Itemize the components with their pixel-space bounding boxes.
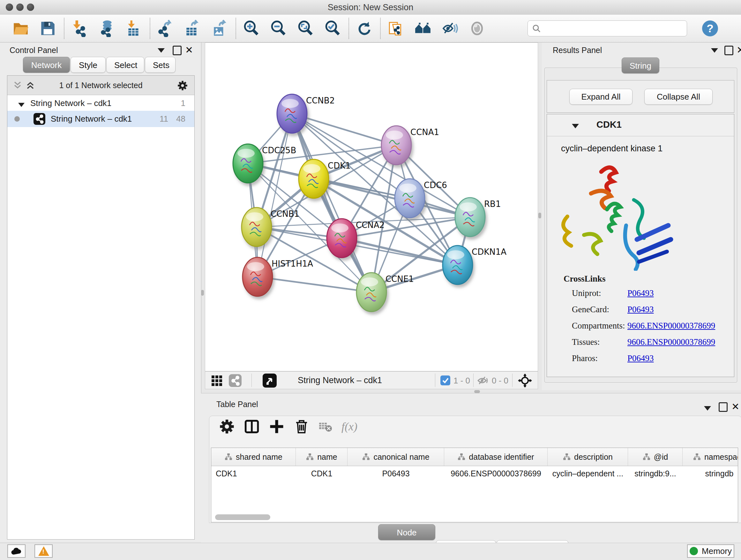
- add-column-icon[interactable]: [269, 419, 285, 435]
- crosslink-link[interactable]: P06493: [627, 305, 654, 314]
- tab-node-table[interactable]: Node Table: [378, 524, 435, 540]
- fit-crosshair-icon[interactable]: [518, 374, 532, 388]
- network-collection-row[interactable]: String Network – cdk1 1: [7, 95, 194, 111]
- table-panel-undock-icon[interactable]: [719, 402, 728, 412]
- refresh-layout-icon[interactable]: [355, 20, 373, 37]
- tab-style[interactable]: Style: [71, 57, 106, 73]
- column-header-@id[interactable]: @id: [628, 448, 683, 466]
- table-cell[interactable]: CDK1: [211, 469, 296, 478]
- network-snapshot-icon[interactable]: [387, 20, 404, 37]
- save-session-icon[interactable]: [39, 20, 57, 37]
- table-row[interactable]: CDK1CDK1P064939606.ENSP00000378699cyclin…: [211, 466, 738, 481]
- vertical-splitter-handle[interactable]: [538, 212, 541, 219]
- horizontal-splitter-handle[interactable]: [474, 390, 480, 393]
- network-node-CCNB1[interactable]: [242, 207, 272, 246]
- table-cell[interactable]: 9606.ENSP00000378699: [444, 469, 548, 478]
- network-node-CDC6[interactable]: [395, 179, 425, 218]
- network-node-CDC25B[interactable]: [233, 144, 263, 183]
- network-node-CDK1[interactable]: [299, 159, 329, 198]
- tab-select[interactable]: Select: [106, 57, 144, 73]
- network-node-RB1[interactable]: [455, 198, 485, 237]
- table-cell[interactable]: P06493: [347, 469, 444, 478]
- edge-CCNA2-CDKN1A[interactable]: [342, 238, 458, 265]
- collapse-all-icon[interactable]: [13, 81, 22, 90]
- table-cell[interactable]: cyclin–dependent ...: [548, 469, 628, 478]
- column-header-name[interactable]: name: [296, 448, 347, 466]
- zoom-selected-icon[interactable]: [324, 20, 341, 37]
- export-network-icon[interactable]: [157, 20, 174, 37]
- column-header-canonical-name[interactable]: canonical name: [347, 448, 444, 466]
- share-network-icon[interactable]: [229, 374, 242, 387]
- zoom-fit-icon[interactable]: [297, 20, 314, 37]
- column-header-shared-name[interactable]: shared name: [211, 448, 296, 466]
- control-panel-undock-icon[interactable]: [173, 46, 182, 55]
- table-cell[interactable]: stringdb: [683, 469, 738, 478]
- vertical-splitter-handle[interactable]: [201, 290, 204, 296]
- hide-panel-eye-icon[interactable]: [441, 20, 459, 37]
- expand-all-button[interactable]: Expand All: [569, 89, 632, 105]
- network-node-CCNB2[interactable]: [277, 94, 307, 133]
- import-table-icon[interactable]: [125, 20, 142, 37]
- delete-column-icon[interactable]: [293, 419, 310, 435]
- network-node-CCNE1[interactable]: [356, 273, 387, 312]
- results-panel-undock-icon[interactable]: [724, 46, 733, 55]
- crosslink-link[interactable]: 9606.ENSP00000378699: [627, 321, 715, 331]
- network-node-CCNA1[interactable]: [381, 126, 411, 165]
- network-node-CCNA2[interactable]: [327, 219, 357, 258]
- node-result-header[interactable]: CDK1: [547, 114, 734, 136]
- table-horizontal-scrollbar[interactable]: [215, 514, 270, 520]
- column-header-namespace[interactable]: namespace: [683, 448, 738, 466]
- cloud-button[interactable]: [7, 544, 25, 558]
- export-image-icon[interactable]: [211, 20, 228, 37]
- table-cell[interactable]: stringdb:9...: [628, 469, 683, 478]
- tab-string[interactable]: String: [622, 57, 659, 73]
- collapse-all-button[interactable]: Collapse All: [644, 89, 713, 105]
- network-node-CDKN1A[interactable]: [443, 246, 473, 285]
- table-gear-icon[interactable]: [219, 419, 235, 435]
- column-header-database-identifier[interactable]: database identifier: [444, 448, 548, 466]
- collapse-entry-icon[interactable]: [572, 124, 579, 128]
- collection-expand-icon[interactable]: [18, 103, 24, 107]
- memory-button[interactable]: Memory: [687, 544, 734, 558]
- window-close-button[interactable]: [6, 3, 13, 11]
- control-panel-close-icon[interactable]: ✕: [185, 46, 193, 55]
- import-database-icon[interactable]: [98, 20, 115, 37]
- gear-icon[interactable]: [177, 80, 188, 91]
- crosslink-link[interactable]: 9606.ENSP00000378699: [627, 337, 715, 347]
- open-in-window-icon[interactable]: [263, 374, 277, 388]
- edge-CCNB2-CCNA1[interactable]: [292, 114, 396, 145]
- column-header-description[interactable]: description: [548, 448, 628, 466]
- birdseye-grid-icon[interactable]: [211, 375, 223, 387]
- help-icon[interactable]: ?: [701, 20, 719, 37]
- open-session-icon[interactable]: [12, 20, 29, 37]
- home-icon[interactable]: [414, 20, 431, 37]
- results-panel-close-icon[interactable]: ✕: [737, 46, 741, 55]
- tab-network[interactable]: Network: [23, 57, 70, 73]
- results-panel-float-icon[interactable]: [711, 48, 718, 53]
- preview-orb-icon[interactable]: [468, 20, 486, 37]
- table-panel-close-icon[interactable]: ✕: [731, 402, 739, 411]
- zoom-in-icon[interactable]: [243, 20, 260, 37]
- search-box[interactable]: [528, 20, 687, 37]
- crosslink-link[interactable]: P06493: [627, 288, 654, 298]
- table-panel-float-icon[interactable]: [704, 406, 711, 411]
- network-node-HIST1H1A[interactable]: [243, 257, 273, 296]
- zoom-out-icon[interactable]: [270, 20, 287, 37]
- control-panel-float-icon[interactable]: [158, 48, 165, 53]
- crosslink-link[interactable]: P06493: [627, 354, 654, 363]
- edge-CCNB2-HIST1H1A[interactable]: [258, 114, 292, 277]
- import-network-icon[interactable]: [71, 20, 88, 37]
- table-cell[interactable]: CDK1: [296, 469, 347, 478]
- expand-all-icon[interactable]: [26, 81, 35, 90]
- delete-table-icon[interactable]: [319, 419, 333, 435]
- window-minimize-button[interactable]: [16, 3, 23, 11]
- selected-checkbox[interactable]: [441, 375, 450, 385]
- window-zoom-button[interactable]: [27, 3, 34, 11]
- function-builder-icon[interactable]: f(x): [341, 420, 357, 433]
- show-columns-icon[interactable]: [244, 419, 260, 435]
- search-input[interactable]: [541, 23, 680, 34]
- tab-sets[interactable]: Sets: [145, 57, 176, 73]
- export-table-icon[interactable]: [184, 20, 201, 37]
- edge-HIST1H1A-CCNE1[interactable]: [258, 277, 372, 292]
- warning-button[interactable]: [35, 544, 53, 558]
